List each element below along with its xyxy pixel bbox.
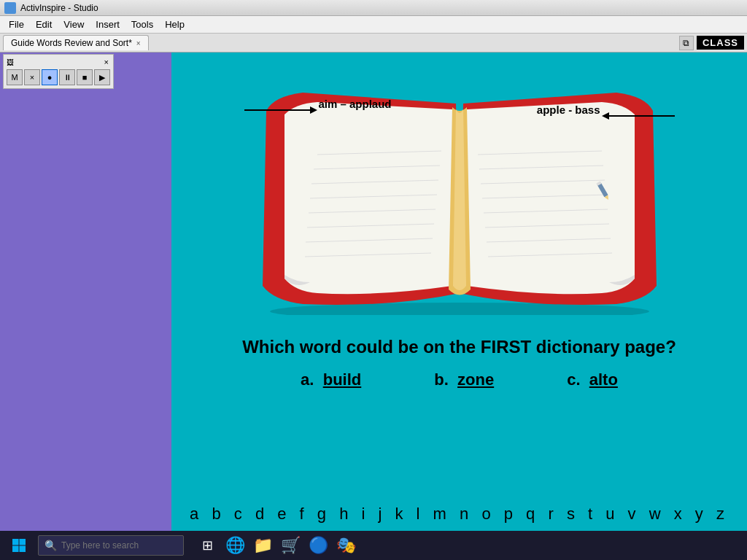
chrome-icon[interactable]: 🔵 xyxy=(306,534,330,557)
taskbar-icons: ⊞ 🌐 📁 🛒 🔵 🎭 xyxy=(196,534,357,557)
left-sidebar: 🖼 × M × ● ⏸ ■ ▶ xyxy=(0,52,171,531)
toolbar-pause-button[interactable]: ⏸ xyxy=(59,69,75,85)
class-badge: CLASS xyxy=(697,36,744,50)
search-bar[interactable]: 🔍 xyxy=(38,535,184,556)
menu-view[interactable]: View xyxy=(58,18,90,31)
tab-bar-right: ⧉ CLASS xyxy=(679,36,744,50)
toolbar-record-button[interactable]: ● xyxy=(42,69,58,85)
question-area: Which word could be on the FIRST diction… xyxy=(171,337,747,389)
answer-b-word: zone xyxy=(457,370,494,389)
svg-marker-23 xyxy=(602,112,609,120)
answer-c-label: c. xyxy=(567,370,580,389)
answer-a-label: a. xyxy=(301,370,314,389)
app-icon xyxy=(4,2,16,14)
windows-logo-icon xyxy=(12,538,26,553)
svg-rect-25 xyxy=(20,539,26,545)
search-input[interactable] xyxy=(61,540,171,551)
svg-rect-26 xyxy=(12,546,19,553)
restore-button[interactable]: ⧉ xyxy=(679,36,694,50)
menu-help[interactable]: Help xyxy=(159,18,190,31)
tab-close-button[interactable]: × xyxy=(136,39,141,47)
active-tab[interactable]: Guide Words Review and Sort* × xyxy=(3,35,149,50)
toolbar-m-button[interactable]: M xyxy=(7,69,23,85)
menu-bar: File Edit View Insert Tools Help xyxy=(0,16,747,34)
toolbar-x-button[interactable]: × xyxy=(24,69,40,85)
toolbar-icon-row: M × ● ⏸ ■ ▶ xyxy=(7,69,110,85)
alphabet-bar: a b c d e f g h i j k l m n o p q r s t … xyxy=(171,497,747,531)
floating-toolbar: 🖼 × M × ● ⏸ ■ ▶ xyxy=(3,54,114,89)
arrow-right-svg xyxy=(587,107,675,129)
svg-rect-24 xyxy=(12,539,19,545)
toolbar-stop-button[interactable]: ■ xyxy=(77,69,93,85)
taskbar: 🔍 ⊞ 🌐 📁 🛒 🔵 🎭 xyxy=(0,531,747,560)
tab-label: Guide Words Review and Sort* xyxy=(11,38,132,48)
toolbar-play-button[interactable]: ▶ xyxy=(94,69,110,85)
answer-c-word: alto xyxy=(589,370,618,389)
toolbar-close-button[interactable]: × xyxy=(103,58,110,66)
app-title: ActivInspire - Studio xyxy=(20,3,98,13)
answer-b-label: b. xyxy=(434,370,449,389)
edge-browser-icon[interactable]: 🌐 xyxy=(223,534,247,557)
menu-tools[interactable]: Tools xyxy=(125,18,159,31)
search-icon: 🔍 xyxy=(44,540,57,551)
answers-container: a. build b. zone c. alto xyxy=(171,370,747,389)
file-explorer-icon[interactable]: 📁 xyxy=(251,534,274,557)
guide-word-right: apple - bass xyxy=(537,104,600,116)
store-icon[interactable]: 🛒 xyxy=(279,534,302,557)
svg-marker-21 xyxy=(310,106,317,114)
toolbar-label: 🖼 xyxy=(7,58,14,66)
title-bar: ActivInspire - Studio xyxy=(0,0,747,16)
answer-a[interactable]: a. build xyxy=(301,370,361,389)
menu-edit[interactable]: Edit xyxy=(30,18,58,31)
start-button[interactable] xyxy=(6,532,32,559)
guide-word-left: aim – applaud xyxy=(319,98,392,110)
menu-file[interactable]: File xyxy=(3,18,30,31)
answer-a-word: build xyxy=(323,370,362,389)
app6-icon[interactable]: 🎭 xyxy=(334,534,357,557)
question-text: Which word could be on the FIRST diction… xyxy=(171,337,747,357)
book-container: aim – applaud apple - bass xyxy=(244,67,675,315)
task-view-button[interactable]: ⊞ xyxy=(196,534,219,557)
answer-b[interactable]: b. zone xyxy=(434,370,494,389)
menu-insert[interactable]: Insert xyxy=(90,18,125,31)
main-content: aim – applaud apple - bass Which word co… xyxy=(171,52,747,531)
svg-rect-27 xyxy=(20,546,26,553)
main-layout: 🖼 × M × ● ⏸ ■ ▶ xyxy=(0,52,747,531)
answer-c[interactable]: c. alto xyxy=(567,370,618,389)
toolbar-title: 🖼 × xyxy=(7,58,110,66)
tab-bar: Guide Words Review and Sort* × ⧉ CLASS xyxy=(0,34,747,52)
